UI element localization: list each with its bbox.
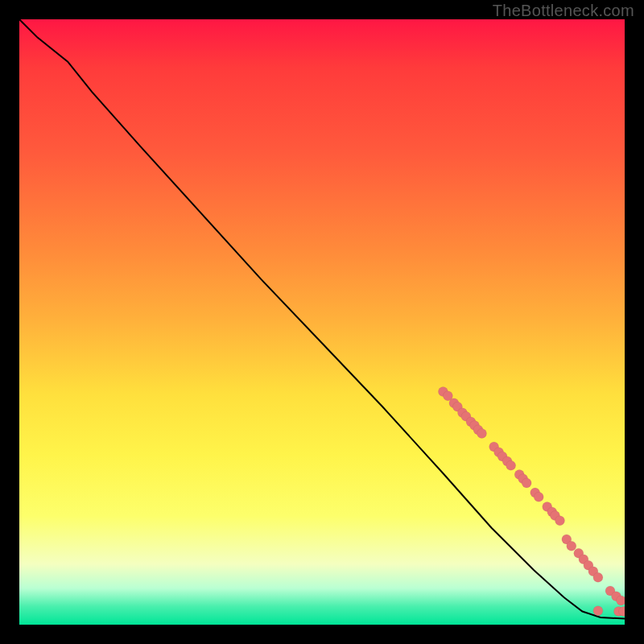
chart-overlay-svg <box>19 19 625 625</box>
scatter-dot <box>534 492 543 502</box>
scatter-points-group <box>438 387 625 617</box>
scatter-dot <box>506 460 516 470</box>
scatter-dot <box>593 606 603 616</box>
chart-frame: TheBottleneck.com <box>0 0 644 644</box>
scatter-dot <box>617 596 625 605</box>
scatter-dot <box>593 572 603 582</box>
bottleneck-curve <box>19 19 625 619</box>
scatter-dot <box>555 516 565 526</box>
scatter-dot <box>522 478 531 488</box>
scatter-dot <box>477 428 487 438</box>
watermark-text: TheBottleneck.com <box>493 2 634 20</box>
scatter-dot <box>567 541 576 551</box>
